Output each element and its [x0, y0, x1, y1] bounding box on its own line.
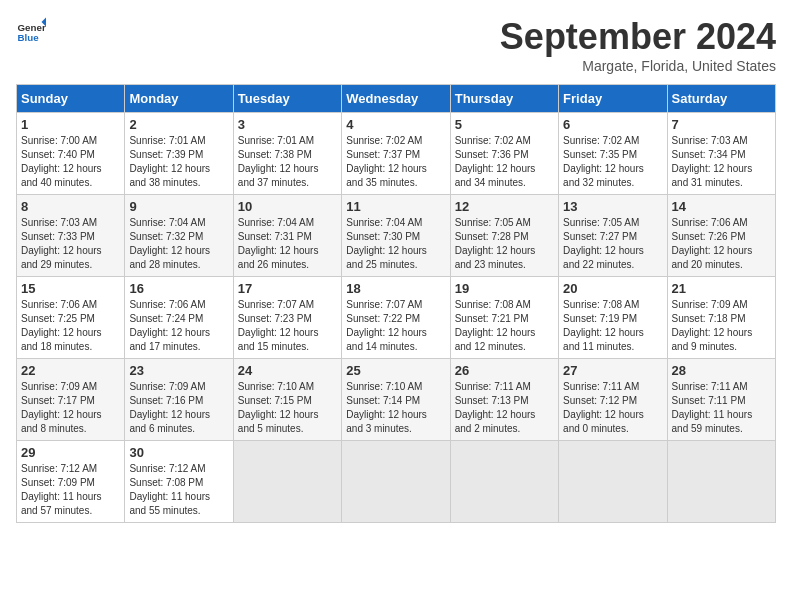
- day-number: 1: [21, 117, 120, 132]
- week-row-5: 29Sunrise: 7:12 AM Sunset: 7:09 PM Dayli…: [17, 441, 776, 523]
- day-info: Sunrise: 7:06 AM Sunset: 7:26 PM Dayligh…: [672, 216, 771, 272]
- day-number: 10: [238, 199, 337, 214]
- day-cell: 17Sunrise: 7:07 AM Sunset: 7:23 PM Dayli…: [233, 277, 341, 359]
- day-cell: 2Sunrise: 7:01 AM Sunset: 7:39 PM Daylig…: [125, 113, 233, 195]
- week-row-2: 8Sunrise: 7:03 AM Sunset: 7:33 PM Daylig…: [17, 195, 776, 277]
- svg-text:Blue: Blue: [18, 32, 40, 43]
- day-info: Sunrise: 7:06 AM Sunset: 7:25 PM Dayligh…: [21, 298, 120, 354]
- day-cell: 16Sunrise: 7:06 AM Sunset: 7:24 PM Dayli…: [125, 277, 233, 359]
- day-cell: 14Sunrise: 7:06 AM Sunset: 7:26 PM Dayli…: [667, 195, 775, 277]
- day-info: Sunrise: 7:10 AM Sunset: 7:15 PM Dayligh…: [238, 380, 337, 436]
- day-cell: 21Sunrise: 7:09 AM Sunset: 7:18 PM Dayli…: [667, 277, 775, 359]
- day-info: Sunrise: 7:11 AM Sunset: 7:13 PM Dayligh…: [455, 380, 554, 436]
- day-cell: 8Sunrise: 7:03 AM Sunset: 7:33 PM Daylig…: [17, 195, 125, 277]
- week-row-3: 15Sunrise: 7:06 AM Sunset: 7:25 PM Dayli…: [17, 277, 776, 359]
- day-info: Sunrise: 7:09 AM Sunset: 7:16 PM Dayligh…: [129, 380, 228, 436]
- calendar-table: Sunday Monday Tuesday Wednesday Thursday…: [16, 84, 776, 523]
- day-number: 7: [672, 117, 771, 132]
- day-info: Sunrise: 7:04 AM Sunset: 7:31 PM Dayligh…: [238, 216, 337, 272]
- day-number: 5: [455, 117, 554, 132]
- day-cell: 30Sunrise: 7:12 AM Sunset: 7:08 PM Dayli…: [125, 441, 233, 523]
- day-info: Sunrise: 7:08 AM Sunset: 7:21 PM Dayligh…: [455, 298, 554, 354]
- day-cell: 26Sunrise: 7:11 AM Sunset: 7:13 PM Dayli…: [450, 359, 558, 441]
- day-cell: 9Sunrise: 7:04 AM Sunset: 7:32 PM Daylig…: [125, 195, 233, 277]
- day-cell: 12Sunrise: 7:05 AM Sunset: 7:28 PM Dayli…: [450, 195, 558, 277]
- col-monday: Monday: [125, 85, 233, 113]
- day-cell: [233, 441, 341, 523]
- day-info: Sunrise: 7:04 AM Sunset: 7:30 PM Dayligh…: [346, 216, 445, 272]
- day-number: 25: [346, 363, 445, 378]
- day-cell: 28Sunrise: 7:11 AM Sunset: 7:11 PM Dayli…: [667, 359, 775, 441]
- day-number: 16: [129, 281, 228, 296]
- day-number: 3: [238, 117, 337, 132]
- day-cell: 7Sunrise: 7:03 AM Sunset: 7:34 PM Daylig…: [667, 113, 775, 195]
- day-cell: [667, 441, 775, 523]
- day-number: 15: [21, 281, 120, 296]
- day-cell: 18Sunrise: 7:07 AM Sunset: 7:22 PM Dayli…: [342, 277, 450, 359]
- day-number: 26: [455, 363, 554, 378]
- day-info: Sunrise: 7:05 AM Sunset: 7:28 PM Dayligh…: [455, 216, 554, 272]
- day-number: 18: [346, 281, 445, 296]
- day-info: Sunrise: 7:03 AM Sunset: 7:34 PM Dayligh…: [672, 134, 771, 190]
- day-info: Sunrise: 7:01 AM Sunset: 7:38 PM Dayligh…: [238, 134, 337, 190]
- calendar-title: September 2024: [500, 16, 776, 58]
- day-number: 19: [455, 281, 554, 296]
- calendar-header: Sunday Monday Tuesday Wednesday Thursday…: [17, 85, 776, 113]
- day-cell: 25Sunrise: 7:10 AM Sunset: 7:14 PM Dayli…: [342, 359, 450, 441]
- day-cell: 6Sunrise: 7:02 AM Sunset: 7:35 PM Daylig…: [559, 113, 667, 195]
- day-info: Sunrise: 7:04 AM Sunset: 7:32 PM Dayligh…: [129, 216, 228, 272]
- day-cell: 13Sunrise: 7:05 AM Sunset: 7:27 PM Dayli…: [559, 195, 667, 277]
- week-row-1: 1Sunrise: 7:00 AM Sunset: 7:40 PM Daylig…: [17, 113, 776, 195]
- day-number: 2: [129, 117, 228, 132]
- day-number: 22: [21, 363, 120, 378]
- day-info: Sunrise: 7:08 AM Sunset: 7:19 PM Dayligh…: [563, 298, 662, 354]
- title-area: September 2024 Margate, Florida, United …: [500, 16, 776, 74]
- day-cell: [342, 441, 450, 523]
- day-info: Sunrise: 7:09 AM Sunset: 7:17 PM Dayligh…: [21, 380, 120, 436]
- day-info: Sunrise: 7:02 AM Sunset: 7:37 PM Dayligh…: [346, 134, 445, 190]
- day-info: Sunrise: 7:01 AM Sunset: 7:39 PM Dayligh…: [129, 134, 228, 190]
- calendar-body: 1Sunrise: 7:00 AM Sunset: 7:40 PM Daylig…: [17, 113, 776, 523]
- day-info: Sunrise: 7:06 AM Sunset: 7:24 PM Dayligh…: [129, 298, 228, 354]
- day-info: Sunrise: 7:03 AM Sunset: 7:33 PM Dayligh…: [21, 216, 120, 272]
- day-number: 17: [238, 281, 337, 296]
- day-info: Sunrise: 7:10 AM Sunset: 7:14 PM Dayligh…: [346, 380, 445, 436]
- day-cell: 23Sunrise: 7:09 AM Sunset: 7:16 PM Dayli…: [125, 359, 233, 441]
- day-number: 13: [563, 199, 662, 214]
- day-cell: 24Sunrise: 7:10 AM Sunset: 7:15 PM Dayli…: [233, 359, 341, 441]
- calendar-subtitle: Margate, Florida, United States: [500, 58, 776, 74]
- day-number: 27: [563, 363, 662, 378]
- day-number: 4: [346, 117, 445, 132]
- header-row: Sunday Monday Tuesday Wednesday Thursday…: [17, 85, 776, 113]
- col-saturday: Saturday: [667, 85, 775, 113]
- day-number: 9: [129, 199, 228, 214]
- day-cell: 11Sunrise: 7:04 AM Sunset: 7:30 PM Dayli…: [342, 195, 450, 277]
- day-number: 6: [563, 117, 662, 132]
- day-info: Sunrise: 7:07 AM Sunset: 7:23 PM Dayligh…: [238, 298, 337, 354]
- day-info: Sunrise: 7:11 AM Sunset: 7:12 PM Dayligh…: [563, 380, 662, 436]
- logo-icon: General Blue: [16, 16, 46, 46]
- day-number: 28: [672, 363, 771, 378]
- col-thursday: Thursday: [450, 85, 558, 113]
- day-cell: 5Sunrise: 7:02 AM Sunset: 7:36 PM Daylig…: [450, 113, 558, 195]
- day-number: 12: [455, 199, 554, 214]
- day-cell: 4Sunrise: 7:02 AM Sunset: 7:37 PM Daylig…: [342, 113, 450, 195]
- day-cell: 29Sunrise: 7:12 AM Sunset: 7:09 PM Dayli…: [17, 441, 125, 523]
- day-number: 20: [563, 281, 662, 296]
- day-number: 21: [672, 281, 771, 296]
- day-number: 8: [21, 199, 120, 214]
- day-cell: 19Sunrise: 7:08 AM Sunset: 7:21 PM Dayli…: [450, 277, 558, 359]
- day-number: 14: [672, 199, 771, 214]
- day-info: Sunrise: 7:12 AM Sunset: 7:08 PM Dayligh…: [129, 462, 228, 518]
- day-info: Sunrise: 7:02 AM Sunset: 7:35 PM Dayligh…: [563, 134, 662, 190]
- day-info: Sunrise: 7:07 AM Sunset: 7:22 PM Dayligh…: [346, 298, 445, 354]
- day-info: Sunrise: 7:09 AM Sunset: 7:18 PM Dayligh…: [672, 298, 771, 354]
- day-cell: 15Sunrise: 7:06 AM Sunset: 7:25 PM Dayli…: [17, 277, 125, 359]
- day-cell: 1Sunrise: 7:00 AM Sunset: 7:40 PM Daylig…: [17, 113, 125, 195]
- col-wednesday: Wednesday: [342, 85, 450, 113]
- day-number: 24: [238, 363, 337, 378]
- day-cell: 10Sunrise: 7:04 AM Sunset: 7:31 PM Dayli…: [233, 195, 341, 277]
- day-info: Sunrise: 7:12 AM Sunset: 7:09 PM Dayligh…: [21, 462, 120, 518]
- day-cell: 3Sunrise: 7:01 AM Sunset: 7:38 PM Daylig…: [233, 113, 341, 195]
- day-number: 23: [129, 363, 228, 378]
